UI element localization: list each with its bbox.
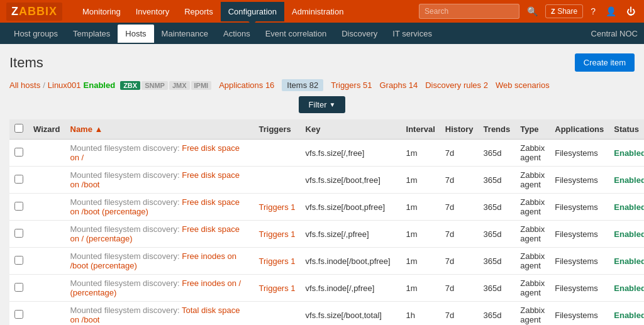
col-header-trends: Trends <box>479 119 516 140</box>
user-icon[interactable]: 👤 <box>603 4 619 19</box>
items-table: Wizard Name ▲ Triggers Key Interval Hist… <box>9 119 644 325</box>
nav-it-services[interactable]: IT services <box>385 25 440 43</box>
logo-z: Z <box>11 5 19 18</box>
triggers-link[interactable]: Triggers 1 <box>259 229 296 239</box>
col-header-triggers: Triggers <box>254 119 301 140</box>
search-input[interactable] <box>419 4 519 19</box>
tab-items[interactable]: Items 82 <box>282 79 323 91</box>
page-content: Items Create item All hosts / Linux001 E… <box>0 44 644 325</box>
item-history-cell: 7d <box>440 194 479 221</box>
row-checkbox[interactable] <box>14 202 23 211</box>
triggers-link[interactable]: Triggers 1 <box>259 256 296 266</box>
row-checkbox[interactable] <box>14 229 23 238</box>
nav-hosts[interactable]: Hosts <box>118 25 153 43</box>
top-nav-links: Monitoring Inventory Reports Configurati… <box>75 2 419 21</box>
tag-jmx[interactable]: JMX <box>169 81 190 90</box>
create-item-button[interactable]: Create item <box>575 53 635 72</box>
row-checkbox[interactable] <box>14 256 23 265</box>
triggers-link[interactable]: Triggers 1 <box>259 284 296 293</box>
item-trends-cell: 365d <box>479 275 516 302</box>
item-key-cell: vfs.fs.inode[/boot,pfree] <box>301 248 401 275</box>
row-checkbox[interactable] <box>14 148 23 157</box>
nav-configuration[interactable]: Configuration <box>221 2 284 21</box>
col-header-name[interactable]: Name ▲ <box>65 119 254 140</box>
tag-snmp[interactable]: SNMP <box>142 81 168 90</box>
item-history-cell: 7d <box>440 167 479 194</box>
second-navigation: Host groups Templates Hosts Maintenance … <box>0 23 644 44</box>
item-type-cell: Zabbix agent <box>515 275 550 302</box>
top-navigation: ZABBIX Monitoring Inventory Reports Conf… <box>0 0 644 23</box>
tab-discovery-rules[interactable]: Discovery rules 2 <box>425 80 488 90</box>
share-label: Share <box>557 7 577 16</box>
tab-web-scenarios[interactable]: Web scenarios <box>496 80 550 90</box>
tab-applications-count: 16 <box>265 80 274 90</box>
search-icon[interactable]: 🔍 <box>525 4 540 19</box>
row-checkbox[interactable] <box>14 175 23 184</box>
table-row: Mounted filesystem discovery: Free inode… <box>9 275 644 302</box>
item-type-cell: Zabbix agent <box>515 302 550 326</box>
col-header-wizard: Wizard <box>28 119 65 140</box>
nav-host-groups[interactable]: Host groups <box>6 25 65 43</box>
item-type-cell: Zabbix agent <box>515 248 550 275</box>
item-history-cell: 7d <box>440 248 479 275</box>
item-name-prefix: Mounted filesystem discovery: <box>70 143 180 153</box>
item-name-prefix: Mounted filesystem discovery: <box>70 278 180 288</box>
tab-triggers[interactable]: Triggers 51 <box>331 80 372 90</box>
table-row: Mounted filesystem discovery: Free disk … <box>9 140 644 167</box>
tag-zbx[interactable]: ZBX <box>120 81 140 90</box>
filter-button[interactable]: Filter <box>299 96 346 113</box>
nav-maintenance[interactable]: Maintenance <box>154 25 216 43</box>
item-key-cell: vfs.fs.size[/boot,pfree] <box>301 194 401 221</box>
item-key-cell: vfs.fs.size[/,pfree] <box>301 221 401 248</box>
breadcrumb-sep-1: / <box>43 80 45 90</box>
item-history-cell: 7d <box>440 302 479 326</box>
item-name-prefix: Mounted filesystem discovery: <box>70 197 180 207</box>
nav-discovery[interactable]: Discovery <box>334 25 385 43</box>
all-hosts-link[interactable]: All hosts <box>9 80 40 90</box>
tab-discovery-rules-count: 2 <box>484 80 488 90</box>
nav-event-correlation[interactable]: Event correlation <box>258 25 335 43</box>
item-triggers-cell <box>254 167 301 194</box>
tab-applications[interactable]: Applications 16 <box>219 80 274 90</box>
item-status-cell: Enabled <box>609 140 644 167</box>
nav-administration[interactable]: Administration <box>284 2 351 21</box>
row-checkbox[interactable] <box>14 283 23 292</box>
host-link[interactable]: Linux001 <box>48 80 81 90</box>
col-header-history: History <box>440 119 479 140</box>
item-name-prefix: Mounted filesystem discovery: <box>70 170 180 180</box>
item-status-cell: Enabled <box>609 248 644 275</box>
tab-graphs[interactable]: Graphs 14 <box>380 80 418 90</box>
logout-icon[interactable]: ⏻ <box>624 4 638 19</box>
item-key-cell: vfs.fs.size[/boot,total] <box>301 302 401 326</box>
nav-inventory[interactable]: Inventory <box>128 2 177 21</box>
triggers-link[interactable]: Triggers 1 <box>259 202 296 212</box>
tab-triggers-count: 51 <box>363 80 372 90</box>
item-key-cell: vfs.fs.inode[/,pfree] <box>301 275 401 302</box>
item-type-cell: Zabbix agent <box>515 140 550 167</box>
select-all-checkbox[interactable] <box>14 124 23 133</box>
nav-templates[interactable]: Templates <box>65 25 118 43</box>
table-row: Mounted filesystem discovery: Free disk … <box>9 194 644 221</box>
nav-reports[interactable]: Reports <box>177 2 221 21</box>
item-name-prefix: Mounted filesystem discovery: <box>70 251 180 261</box>
item-triggers-cell <box>254 140 301 167</box>
wizard-cell <box>28 275 65 302</box>
item-history-cell: 7d <box>440 221 479 248</box>
help-icon[interactable]: ? <box>588 4 598 19</box>
table-row: Mounted filesystem discovery: Free inode… <box>9 248 644 275</box>
item-trends-cell: 365d <box>479 140 516 167</box>
nav-monitoring[interactable]: Monitoring <box>75 2 128 21</box>
tab-items-count: 82 <box>309 80 318 90</box>
item-interval-cell: 1m <box>401 248 440 275</box>
nav-actions[interactable]: Actions <box>216 25 258 43</box>
logo[interactable]: ZABBIX <box>6 3 62 21</box>
table-row: Mounted filesystem discovery: Free disk … <box>9 221 644 248</box>
item-history-cell: 7d <box>440 275 479 302</box>
col-header-applications: Applications <box>550 119 609 140</box>
row-checkbox[interactable] <box>14 310 23 319</box>
logo-abbix: ABBIX <box>19 5 57 18</box>
breadcrumb-row: All hosts / Linux001 Enabled ZBX SNMP JM… <box>9 79 635 91</box>
item-type-cell: Zabbix agent <box>515 167 550 194</box>
tag-ipmi[interactable]: IPMI <box>191 81 212 90</box>
share-button[interactable]: Z Share <box>545 4 583 18</box>
